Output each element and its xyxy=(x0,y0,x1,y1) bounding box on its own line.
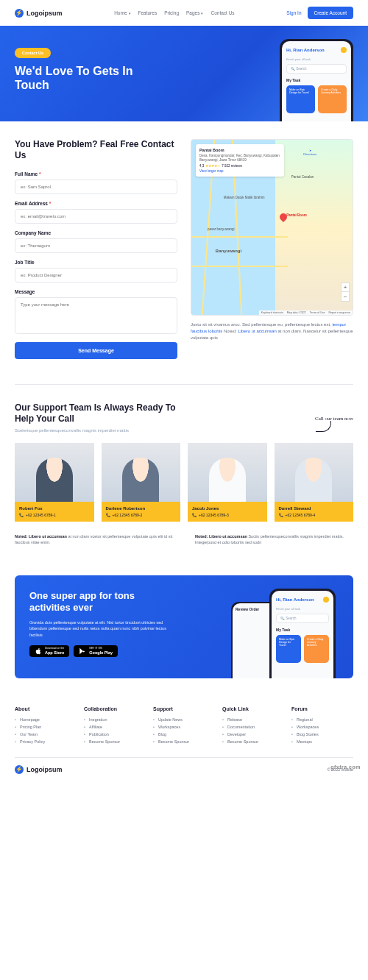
footer-link[interactable]: Workspaces xyxy=(153,723,215,731)
team-phone[interactable]: 📞+62 12345 6789-2 xyxy=(106,513,177,517)
support-section: Our Support Team Is Always Ready To Help… xyxy=(0,392,368,561)
chevron-down-icon: ▾ xyxy=(129,11,131,15)
top-nav: Home▾ Features Pricing Pages▾ Contact Us xyxy=(114,10,234,15)
logo-icon: ⚡ xyxy=(15,9,24,18)
name-input[interactable] xyxy=(15,180,177,194)
map-popup-address: Desa, Kampungmandar, Kec. Banyuwangi, Ka… xyxy=(199,154,280,163)
phone-card-1: Make an Epic Design for Travel xyxy=(276,635,301,663)
phone-icon: 📞 xyxy=(106,513,110,517)
contact-title: You Have Problem? Feal Free Contact Us xyxy=(15,139,177,161)
signin-link[interactable]: Sign In xyxy=(286,10,301,15)
phone-mockup-front: Hi, Rian Anderson Finish your all task 🔍… xyxy=(269,589,336,678)
brand-logo[interactable]: ⚡ Logoipsum xyxy=(15,9,63,18)
phone-card-2: Create a Daily Journey Activities xyxy=(318,85,347,113)
team-name: Robert Fox xyxy=(19,506,90,511)
footer-link[interactable]: Inegration xyxy=(84,716,146,723)
nav-contact[interactable]: Contact Us xyxy=(210,10,234,15)
nav-pricing[interactable]: Pricing xyxy=(164,10,179,15)
email-input[interactable] xyxy=(15,209,177,224)
phone-my-task-label: My Task xyxy=(276,628,329,632)
footer-link[interactable]: Become Sponsor xyxy=(84,738,146,745)
footer-link[interactable]: Regional xyxy=(291,716,353,723)
team-phone[interactable]: 📞+62 12345 6789-1 xyxy=(19,513,90,517)
team-card: Robert Fox 📞+62 12345 6789-1 xyxy=(15,443,94,522)
support-title: Our Support Team Is Always Ready To Help… xyxy=(15,402,184,425)
phone-search: 🔍 Search xyxy=(276,614,329,623)
footer: About Homepage Pricing Plan Our Team Pri… xyxy=(0,693,368,781)
map-view-larger-link[interactable]: View larger map xyxy=(199,169,280,173)
map-attribution: Keyboard shortcutsMap data ©2022Terms of… xyxy=(259,310,353,315)
team-grid: Robert Fox 📞+62 12345 6789-1 Darlene Rob… xyxy=(15,443,353,522)
footer-link[interactable]: Meetups xyxy=(291,738,353,745)
footer-link[interactable]: Blog xyxy=(153,731,215,738)
footer-col-collab: Collaboration Inegration Affiliate Publi… xyxy=(84,706,146,745)
avatar-icon xyxy=(323,597,329,603)
nav-features[interactable]: Features xyxy=(138,10,158,15)
footer-link[interactable]: Pricing Plan xyxy=(15,723,77,731)
company-input[interactable] xyxy=(15,238,177,253)
footer-col-quick: Quick Link Release Documentation Develop… xyxy=(222,706,284,745)
brand-name: Logoipsum xyxy=(26,766,63,773)
phone-icon: 📞 xyxy=(279,513,283,517)
footer-link[interactable]: Become Sponsor xyxy=(222,738,284,745)
phone-greeting: Hi, Rian Anderson xyxy=(276,597,314,602)
contact-form: You Have Problem? Feal Free Contact Us F… xyxy=(15,139,177,359)
map-pin-label: Pantai Boom xyxy=(286,213,307,217)
zoom-in-button[interactable]: + xyxy=(342,283,349,292)
map-popup-title: Pantai Boom xyxy=(199,148,280,152)
chevron-down-icon: ▾ xyxy=(201,11,203,15)
footer-link[interactable]: Release xyxy=(222,716,284,723)
header-actions: Sign In Create Account xyxy=(286,7,353,19)
map[interactable]: Makam Datuk Malik Ibrahim pasar banyuwan… xyxy=(191,139,353,316)
footer-link[interactable]: Our Team xyxy=(15,731,77,738)
phone-mockup: Hi, Rian Anderson Finish your all task 🔍… xyxy=(280,39,353,121)
team-phone[interactable]: 📞+62 12345 6789-3 xyxy=(192,513,263,517)
app-store-button[interactable]: Download on theApp Store xyxy=(29,645,69,657)
nav-home[interactable]: Home▾ xyxy=(114,10,130,15)
avatar-icon xyxy=(341,47,347,53)
handwritten-note: Call our team now xyxy=(315,416,353,422)
footer-link[interactable]: Publication xyxy=(84,731,146,738)
map-zoom: + − xyxy=(341,283,350,302)
footer-link[interactable]: Affiliate xyxy=(84,723,146,731)
header: ⚡ Logoipsum Home▾ Features Pricing Pages… xyxy=(0,0,368,26)
footer-link[interactable]: Workspaces xyxy=(291,723,353,731)
submit-button[interactable]: Send Message xyxy=(15,342,177,359)
footer-link[interactable]: Homepage xyxy=(15,716,77,723)
footer-link[interactable]: Become Sponsor xyxy=(153,738,215,745)
support-subtitle: Scelerisque pellentesqueconvallis magnis… xyxy=(15,428,184,433)
team-phone[interactable]: 📞+62 12345 6789-4 xyxy=(279,513,350,517)
phone-subtitle: Finish your all task xyxy=(286,57,347,61)
brand-name: Logoipsum xyxy=(26,10,63,17)
brand-logo[interactable]: ⚡ Logoipsum xyxy=(15,765,63,774)
footer-bottom: ⚡ Logoipsum © 2022 Mobile xyxy=(15,757,353,781)
zoom-out-button[interactable]: − xyxy=(342,292,349,301)
desc-link-2[interactable]: Libero ut accumsan xyxy=(238,329,276,333)
footer-link[interactable]: Developer xyxy=(222,731,284,738)
job-label: Job Title xyxy=(15,260,177,265)
create-account-button[interactable]: Create Account xyxy=(308,7,353,19)
footer-link[interactable]: Documentation xyxy=(222,723,284,731)
footer-col-forum: Forum Regional Workspaces Blog Stories M… xyxy=(291,706,353,745)
footer-link[interactable]: Blog Stories xyxy=(291,731,353,738)
footer-col-support: Support Update News Workspaces Blog Beco… xyxy=(153,706,215,745)
message-input[interactable] xyxy=(15,297,177,334)
job-input[interactable] xyxy=(15,268,177,283)
phone-card-1: Make an Epic Design for Travel xyxy=(286,85,315,113)
phone-subtitle: Finish your all task xyxy=(276,607,329,611)
team-name: Darrell Steward xyxy=(279,506,350,511)
cta-section: One super app for tons activities ever G… xyxy=(15,575,353,678)
phone-search: 🔍 Search xyxy=(286,64,347,74)
team-card: Darlene Robertson 📞+62 12345 6789-2 xyxy=(102,443,181,522)
nav-pages[interactable]: Pages▾ xyxy=(186,10,203,15)
map-directions[interactable]: ➤Directions xyxy=(303,149,316,156)
map-description: Justo sit sit vivamus arcu. Sed pellente… xyxy=(191,322,353,341)
divider xyxy=(15,384,353,385)
google-play-button[interactable]: GET IT ONGoogle Play xyxy=(74,645,118,657)
cta-subtitle: Gravida duis pellentesque vulputate at e… xyxy=(29,619,177,638)
footer-link[interactable]: Privacy Policy xyxy=(15,738,77,745)
footer-link[interactable]: Update News xyxy=(153,716,215,723)
google-play-icon xyxy=(79,647,86,655)
support-notes: Noted: Libero ut accumsan at non diam sc… xyxy=(15,533,353,546)
email-label: Email Address * xyxy=(15,201,177,206)
